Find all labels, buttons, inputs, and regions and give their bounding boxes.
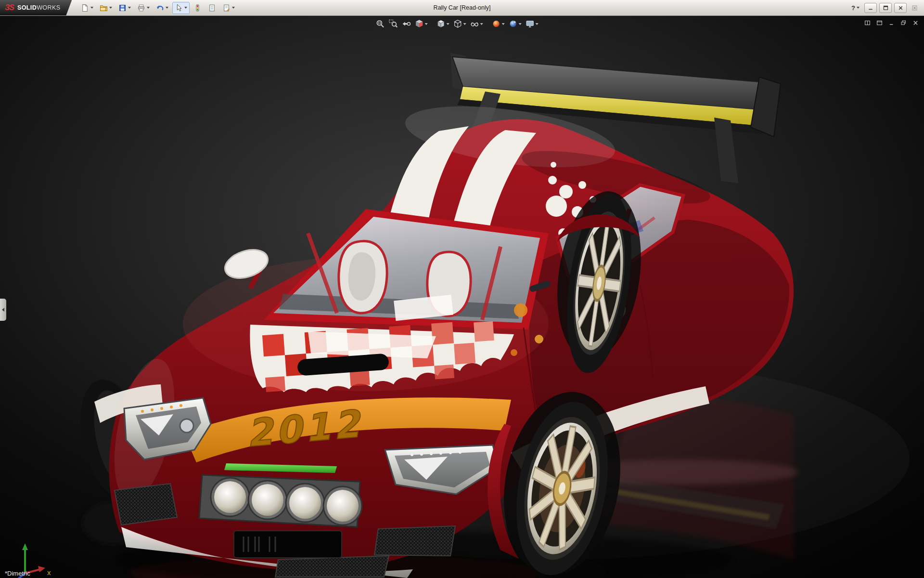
split-pane-icon <box>864 20 871 26</box>
zoom-to-area-icon <box>389 19 398 28</box>
window-controls: ? <box>849 2 924 13</box>
view-orientation-button[interactable] <box>435 18 451 29</box>
dropdown-arrow-icon[interactable] <box>166 7 168 9</box>
dropdown-arrow-icon[interactable] <box>90 7 93 9</box>
solidworks-window: ЗS SOLIDWORKS Rally Car [Read-only] ? <box>0 0 924 578</box>
close-icon <box>898 5 904 11</box>
minimize-document-button[interactable] <box>887 19 895 26</box>
previous-view-button[interactable] <box>400 18 412 29</box>
zoom-to-area-button[interactable] <box>387 18 399 29</box>
title-bar: ЗS SOLIDWORKS Rally Car [Read-only] ? <box>0 0 924 16</box>
dropdown-arrow-icon[interactable] <box>425 23 428 25</box>
zoom-to-fit-button[interactable] <box>374 18 386 29</box>
open-folder-icon <box>100 4 108 12</box>
options-icon <box>222 4 231 12</box>
file-properties-icon <box>208 4 216 12</box>
minimize-button[interactable] <box>864 3 877 13</box>
close-document-button[interactable] <box>911 19 919 26</box>
graphics-area[interactable]: 2012 <box>0 15 924 578</box>
dropdown-arrow-icon[interactable] <box>184 7 187 9</box>
dropdown-arrow-icon[interactable] <box>857 7 860 9</box>
save-button[interactable] <box>116 2 133 14</box>
help-icon: ? <box>851 4 855 12</box>
apply-scene-button[interactable] <box>507 18 523 29</box>
close-document-icon <box>911 5 918 11</box>
dropdown-arrow-icon[interactable] <box>128 7 131 9</box>
help-button[interactable]: ? <box>849 2 862 13</box>
dropdown-arrow-icon[interactable] <box>447 23 449 25</box>
dropdown-arrow-icon[interactable] <box>502 23 505 25</box>
minimize-document-icon <box>888 20 895 26</box>
rebuild-button[interactable] <box>191 2 204 14</box>
solidworks-logo-text: SOLIDWORKS <box>17 4 60 11</box>
viewport-canvas[interactable]: 2012 <box>0 15 924 578</box>
license-plate <box>234 531 342 558</box>
rebuild-icon <box>193 4 202 12</box>
section-view-icon <box>415 19 424 28</box>
view-orientation-cube-icon <box>436 19 446 28</box>
open-button[interactable] <box>97 2 115 14</box>
options-button[interactable] <box>220 2 237 14</box>
dropdown-arrow-icon[interactable] <box>480 23 483 25</box>
collapse-arrow-icon <box>2 308 4 312</box>
logo-text-light: WORKS <box>37 4 60 11</box>
single-pane-icon <box>876 20 883 26</box>
edit-appearance-button[interactable] <box>490 18 506 29</box>
dropdown-arrow-icon[interactable] <box>519 23 522 25</box>
rally-lights <box>199 475 362 527</box>
appearance-sphere-icon <box>492 19 501 28</box>
logo-text-bold: SOLID <box>17 4 37 11</box>
dropdown-arrow-icon[interactable] <box>147 7 150 9</box>
window-title: Rally Car [Read-only] <box>434 4 491 11</box>
hide-show-items-button[interactable] <box>469 18 485 29</box>
select-cursor-icon <box>175 4 183 12</box>
triad-x-label: x <box>47 568 51 577</box>
heads-up-view-toolbar <box>374 18 540 29</box>
solidworks-logo: ЗS SOLIDWORKS <box>0 0 72 15</box>
restore-document-icon <box>900 20 907 26</box>
dropdown-arrow-icon[interactable] <box>463 23 466 25</box>
section-view-button[interactable] <box>413 18 429 29</box>
single-pane-button[interactable] <box>875 19 883 26</box>
maximize-icon <box>883 5 889 11</box>
view-settings-icon <box>526 19 535 28</box>
print-icon <box>137 4 145 12</box>
close-document-icon <box>912 20 919 26</box>
dropdown-arrow-icon[interactable] <box>109 7 112 9</box>
view-settings-button[interactable] <box>524 18 540 29</box>
restore-document-button[interactable] <box>899 19 907 26</box>
dropdown-arrow-icon[interactable] <box>536 23 539 25</box>
display-style-icon <box>453 19 462 28</box>
undo-arrow-icon <box>156 4 164 12</box>
maximize-button[interactable] <box>879 3 892 13</box>
solidworks-logo-mark: ЗS <box>5 3 14 12</box>
minimize-icon <box>868 5 874 11</box>
close-button[interactable] <box>894 3 907 13</box>
hide-show-glasses-icon <box>470 19 479 28</box>
print-button[interactable] <box>135 2 152 14</box>
panel-collapse-tab[interactable] <box>0 299 6 321</box>
new-document-icon <box>81 4 89 12</box>
undo-button[interactable] <box>154 2 171 14</box>
zoom-to-fit-icon <box>376 19 385 28</box>
main-toolbar <box>78 2 237 14</box>
close-document-button[interactable] <box>909 3 920 13</box>
display-style-button[interactable] <box>452 18 468 29</box>
view-orientation-label: *Dimetric <box>5 570 30 577</box>
split-pane-button[interactable] <box>863 19 871 26</box>
select-button[interactable] <box>172 2 190 14</box>
scene-sphere-icon <box>509 19 518 28</box>
save-floppy-icon <box>118 4 127 12</box>
document-window-controls <box>863 19 919 26</box>
dropdown-arrow-icon[interactable] <box>232 7 235 9</box>
file-properties-button[interactable] <box>205 2 218 14</box>
new-document-button[interactable] <box>78 2 96 14</box>
previous-view-icon <box>402 19 411 28</box>
